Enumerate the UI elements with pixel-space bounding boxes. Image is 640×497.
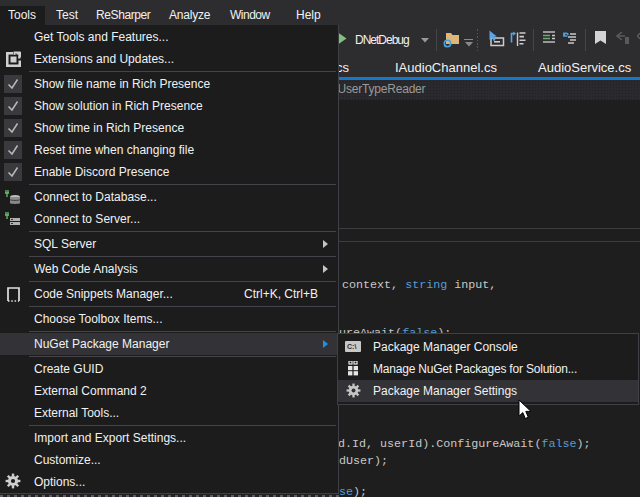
svg-text:C:\: C:\ xyxy=(347,343,356,350)
